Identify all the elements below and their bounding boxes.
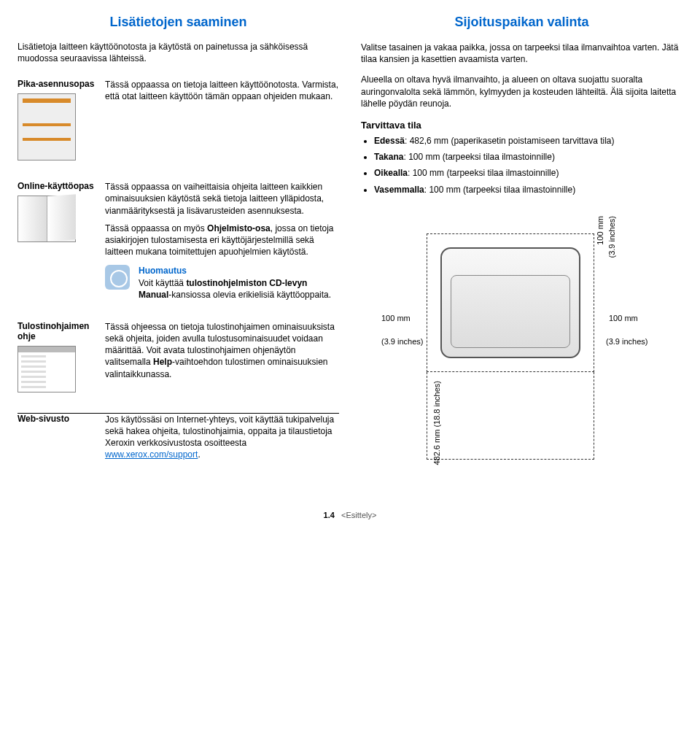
printer-outline — [427, 233, 594, 372]
b2b: : 100 mm (tarpeeksi tilaa ilmastoinnille… — [403, 152, 554, 162]
row-online-desc1: Tässä oppaassa on vaiheittaisia ohjeita … — [105, 181, 339, 217]
window-icon — [18, 346, 76, 392]
dim-top-in: (3.9 inches) — [607, 216, 616, 258]
b3b: : 100 mm (tarpeeksi tilaa ilmastoinnille… — [408, 168, 559, 178]
b1b: : 482,6 mm (paperikasetin poistamiseen t… — [405, 136, 614, 146]
right-p2: Alueella on oltava hyvä ilmanvaihto, ja … — [361, 74, 682, 109]
b4b: : 100 mm (tarpeeksi tilaa ilmastoinnille… — [424, 185, 575, 195]
dim-bottom: 482.6 mm (18.8 inches) — [432, 381, 441, 465]
book-icon — [18, 196, 76, 242]
row-quick-desc: Tässä oppaassa on tietoja laitteen käytt… — [105, 79, 339, 181]
note-c: -kansiossa olevia erikielisiä käyttöoppa… — [168, 290, 331, 300]
chapter-label: <Esittely> — [341, 511, 376, 519]
row-driver-title: Tulostinohjaimen ohje — [18, 321, 98, 341]
right-sub: Tarvittava tila — [361, 120, 682, 131]
row-quick-title: Pika-asennusopas — [18, 79, 98, 89]
row-web-desc: Jos käytössäsi on Internet-yhteys, voit … — [105, 413, 339, 481]
note-icon — [105, 265, 130, 290]
guide-table: Pika-asennusopas Tässä oppaassa on tieto… — [18, 79, 339, 481]
note-title: Huomautus — [139, 265, 339, 276]
row-driver-desc: Tässä ohjeessa on tietoja tulostinohjaim… — [105, 321, 339, 414]
row-online-desc2a: Tässä oppaassa on myös — [105, 223, 207, 233]
b1a: Edessä — [374, 136, 405, 146]
row-driver-b: Help — [153, 357, 172, 367]
clearance-diagram: 100 mm (3.9 inches) 100 mm (3.9 inches) … — [361, 212, 682, 467]
support-link[interactable]: www.xerox.com/support — [105, 449, 198, 460]
dim-top-mm: 100 mm — [596, 216, 604, 245]
heading-left: Lisätietojen saaminen — [18, 15, 339, 30]
row-web-title: Web-sivusto — [18, 414, 98, 424]
b3a: Oikealla — [374, 168, 408, 178]
row-web-b: . — [198, 449, 200, 460]
note-a: Voit käyttää — [139, 278, 186, 288]
quick-guide-icon — [18, 93, 76, 160]
heading-right: Sijoituspaikan valinta — [361, 15, 682, 30]
row-online-title: Online-käyttöopas — [18, 181, 98, 191]
dim-left-mm: 100 mm — [381, 314, 411, 322]
row-online-desc2b: Ohjelmisto-osa — [207, 223, 271, 233]
intro-left: Lisätietoja laitteen käyttöönotosta ja k… — [18, 42, 339, 64]
dim-right-mm: 100 mm — [609, 314, 638, 322]
note-body: Voit käyttää tulostinohjelmiston CD-levy… — [139, 277, 339, 301]
right-p1: Valitse tasainen ja vakaa paikka, jossa … — [361, 42, 682, 65]
row-online-desc2: Tässä oppaassa on myös Ohjelmisto-osa, j… — [105, 223, 339, 258]
printer-shape — [440, 247, 580, 358]
row-web-a: Jos käytössäsi on Internet-yhteys, voit … — [105, 414, 334, 448]
b4a: Vasemmalla — [374, 185, 424, 195]
page-number: 1.4 — [324, 511, 335, 519]
front-clearance-outline — [427, 372, 594, 460]
dim-left-in: (3.9 inches) — [381, 337, 423, 346]
space-list: Edessä: 482,6 mm (paperikasetin poistami… — [361, 135, 682, 196]
note-block: Huomautus Voit käyttää tulostinohjelmist… — [105, 265, 339, 301]
page-footer: 1.4 <Esittely> — [18, 511, 682, 519]
dim-right-in: (3.9 inches) — [606, 337, 648, 346]
b2a: Takana — [374, 152, 403, 162]
